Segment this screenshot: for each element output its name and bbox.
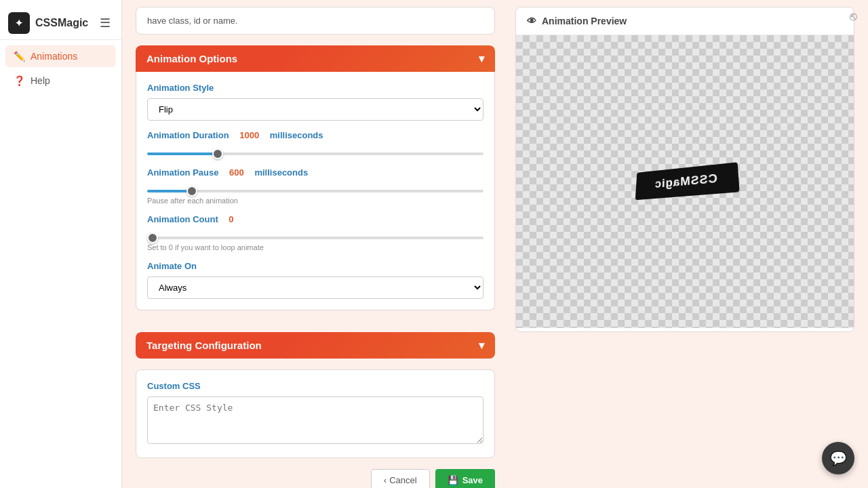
animations-icon: ✏️ xyxy=(14,51,25,62)
animation-duration-label: Animation Duration 1000 milliseconds xyxy=(147,130,484,140)
targeting-header[interactable]: Targeting Configuration ▾ xyxy=(136,332,495,359)
targeting-title: Targeting Configuration xyxy=(146,340,262,351)
help-icon: ❓ xyxy=(14,75,25,86)
preview-element: CSSMagic xyxy=(635,162,740,200)
animation-options-title: Animation Options xyxy=(146,53,237,64)
cancel-chevron-icon: ‹ xyxy=(384,475,387,485)
sidebar: ✦ CSSMagic ☰ ✏️ Animations ❓ Help xyxy=(0,0,122,488)
save-icon: 💾 xyxy=(448,475,458,485)
animation-pause-value: 600 xyxy=(229,167,244,178)
targeting-chevron-icon: ▾ xyxy=(479,339,484,352)
animation-options-chevron-icon: ▾ xyxy=(479,52,484,65)
animations-label: Animations xyxy=(31,51,77,62)
main-content: have class, id or name. Animation Option… xyxy=(122,0,509,488)
animation-options-body: Animation Style Flip Bounce Fade Slide R… xyxy=(136,72,495,310)
top-banner-text: have class, id or name. xyxy=(147,16,238,26)
sidebar-item-animations[interactable]: ✏️ Animations xyxy=(5,45,116,67)
chat-icon: 💬 xyxy=(830,450,847,466)
preview-eye-icon: 👁 xyxy=(527,16,536,26)
top-banner: have class, id or name. xyxy=(136,7,495,35)
animation-style-label: Animation Style xyxy=(147,83,484,93)
targeting-section: Targeting Configuration ▾ xyxy=(136,332,495,359)
preview-element-text: CSSMagic xyxy=(654,172,718,191)
content-inner: have class, id or name. Animation Option… xyxy=(122,7,509,488)
button-row: ‹ Cancel 💾 Save xyxy=(136,469,495,488)
animation-options-header[interactable]: Animation Options ▾ xyxy=(136,45,495,72)
animate-on-select[interactable]: Always Hover Click Scroll xyxy=(147,277,484,299)
preview-panel: 👁 Animation Preview CSSMagic xyxy=(509,0,868,488)
animation-count-slider[interactable] xyxy=(147,237,484,239)
help-label: Help xyxy=(31,75,50,86)
logo-icon: ✦ xyxy=(8,12,30,34)
animation-duration-container: Animation Duration 1000 milliseconds xyxy=(147,130,484,158)
animation-pause-label: Animation Pause 600 milliseconds xyxy=(147,167,484,178)
cancel-button[interactable]: ‹ Cancel xyxy=(371,469,430,488)
custom-css-label: Custom CSS xyxy=(147,381,484,391)
hamburger-button[interactable]: ☰ xyxy=(97,14,113,32)
chat-button[interactable]: 💬 xyxy=(822,442,854,474)
animation-pause-hint: Pause after each animation xyxy=(147,197,484,205)
custom-css-body: Custom CSS xyxy=(136,369,495,458)
preview-title: Animation Preview xyxy=(542,16,627,26)
animation-count-label: Animation Count 0 xyxy=(147,214,484,224)
animation-count-hint: Set to 0 if you want to loop animate xyxy=(147,243,484,251)
animation-pause-container: Animation Pause 600 milliseconds Pause a… xyxy=(147,167,484,205)
save-button[interactable]: 💾 Save xyxy=(435,469,495,488)
preview-header: 👁 Animation Preview xyxy=(516,7,854,35)
animation-count-container: Animation Count 0 Set to 0 if you want t… xyxy=(147,214,484,251)
preview-container: 👁 Animation Preview CSSMagic xyxy=(515,7,854,332)
animation-duration-slider[interactable] xyxy=(147,152,484,155)
sidebar-nav: ✏️ Animations ❓ Help xyxy=(0,45,121,94)
animation-duration-unit: milliseconds xyxy=(270,130,323,140)
sidebar-header: ✦ CSSMagic ☰ xyxy=(0,7,121,40)
logo-text: CSSMagic xyxy=(35,17,88,29)
animation-style-select[interactable]: Flip Bounce Fade Slide Rotate Zoom xyxy=(147,98,484,121)
preview-area: CSSMagic xyxy=(516,35,854,328)
animation-pause-unit: milliseconds xyxy=(254,167,308,178)
custom-css-input[interactable] xyxy=(147,396,484,444)
animation-count-value: 0 xyxy=(229,214,233,224)
animate-on-label: Animate On xyxy=(147,261,484,271)
animation-options-section: Animation Options ▾ Animation Style Flip… xyxy=(136,45,495,321)
animation-duration-value: 1000 xyxy=(239,130,259,140)
exit-icon[interactable]: ⎋ xyxy=(850,9,857,24)
custom-css-section: Custom CSS xyxy=(136,369,495,458)
animation-pause-slider[interactable] xyxy=(147,190,484,192)
sidebar-item-help[interactable]: ❓ Help xyxy=(5,70,116,92)
